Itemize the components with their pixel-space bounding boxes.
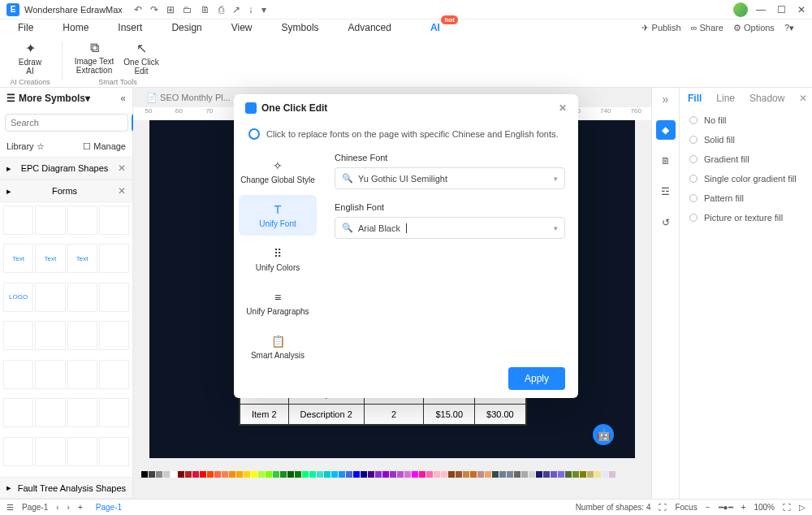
color-swatch[interactable] bbox=[426, 471, 433, 478]
color-swatch[interactable] bbox=[514, 471, 520, 478]
color-swatch[interactable] bbox=[404, 471, 411, 478]
focus-button[interactable]: Focus bbox=[675, 503, 697, 512]
color-swatch[interactable] bbox=[609, 471, 615, 478]
manage-button[interactable]: ☐ Manage bbox=[83, 141, 126, 152]
next-page-icon[interactable]: › bbox=[67, 503, 70, 512]
shape-thumbnail[interactable] bbox=[67, 360, 97, 389]
collapse-left-icon[interactable]: « bbox=[120, 93, 126, 104]
color-swatch[interactable] bbox=[375, 471, 382, 478]
color-swatch[interactable] bbox=[295, 471, 301, 478]
close-icon[interactable]: ✕ bbox=[797, 4, 806, 15]
search-input[interactable] bbox=[5, 114, 128, 132]
table-row[interactable]: Item 2Description 22$15.00$30.00 bbox=[240, 405, 526, 425]
shape-thumbnail[interactable] bbox=[67, 437, 97, 466]
shape-thumbnail[interactable] bbox=[3, 398, 33, 427]
color-swatch[interactable] bbox=[565, 471, 572, 478]
color-swatch[interactable] bbox=[529, 471, 535, 478]
color-swatch[interactable] bbox=[171, 471, 177, 478]
color-swatch[interactable] bbox=[192, 471, 199, 478]
shape-thumbnail[interactable] bbox=[3, 437, 33, 466]
shape-thumbnail[interactable] bbox=[35, 283, 65, 312]
color-swatch[interactable] bbox=[229, 471, 235, 478]
side-unify-colors[interactable]: ⠿Unify Colors bbox=[239, 239, 317, 279]
shape-thumbnail[interactable] bbox=[67, 398, 97, 427]
color-swatch[interactable] bbox=[156, 471, 162, 478]
color-swatch[interactable] bbox=[280, 471, 287, 478]
color-swatch[interactable] bbox=[463, 471, 469, 478]
color-swatch[interactable] bbox=[185, 471, 192, 478]
shape-thumbnail[interactable] bbox=[99, 398, 129, 427]
color-swatch[interactable] bbox=[558, 471, 564, 478]
color-swatch[interactable] bbox=[551, 471, 557, 478]
zoom-in-icon[interactable]: + bbox=[741, 503, 746, 512]
zoom-out-icon[interactable]: − bbox=[706, 503, 710, 512]
shape-thumbnail[interactable] bbox=[99, 321, 129, 350]
save-icon[interactable]: 🗎 bbox=[201, 4, 210, 15]
color-swatch[interactable] bbox=[200, 471, 206, 478]
close-panel-icon[interactable]: ✕ bbox=[799, 93, 807, 104]
shape-thumbnail[interactable] bbox=[3, 360, 33, 389]
shape-thumbnail[interactable] bbox=[99, 437, 129, 466]
presentation-icon[interactable]: ▷ bbox=[799, 503, 806, 512]
export-icon[interactable]: ↗ bbox=[232, 4, 240, 15]
color-swatch[interactable] bbox=[273, 471, 279, 478]
fill-option[interactable]: Single color gradient fill bbox=[680, 169, 812, 188]
color-swatch[interactable] bbox=[470, 471, 477, 478]
close-section-icon[interactable]: ✕ bbox=[118, 162, 126, 174]
shape-thumbnail[interactable] bbox=[67, 321, 97, 350]
pages-icon[interactable]: ☰ bbox=[6, 503, 14, 512]
color-swatch[interactable] bbox=[521, 471, 528, 478]
color-swatch[interactable] bbox=[441, 471, 447, 478]
color-swatch[interactable] bbox=[543, 471, 550, 478]
color-swatch[interactable] bbox=[287, 471, 294, 478]
fill-option[interactable]: Picture or texture fill bbox=[680, 208, 812, 227]
color-swatch[interactable] bbox=[214, 471, 221, 478]
dialog-close-icon[interactable]: ✕ bbox=[559, 102, 567, 114]
shape-thumbnail[interactable] bbox=[67, 206, 97, 235]
color-swatch[interactable] bbox=[580, 471, 586, 478]
new-icon[interactable]: ⊞ bbox=[166, 4, 175, 15]
shape-thumbnail[interactable] bbox=[35, 321, 65, 350]
user-avatar[interactable] bbox=[733, 2, 748, 17]
color-swatch[interactable] bbox=[339, 471, 345, 478]
english-font-select[interactable]: 🔍Arial Black▾ bbox=[335, 217, 565, 239]
zoom-value[interactable]: 100% bbox=[754, 503, 775, 512]
fit-icon[interactable]: ⛶ bbox=[659, 503, 667, 512]
section-fault-tree[interactable]: ▸ Fault Tree Analysis Shapes bbox=[0, 477, 132, 499]
import-icon[interactable]: ↓ bbox=[248, 4, 253, 15]
image-text-extraction-button[interactable]: ⧉Image Text Extraction bbox=[72, 39, 116, 76]
section-epc[interactable]: ▸ EPC Diagram Shapes✕ bbox=[0, 157, 132, 180]
color-swatch[interactable] bbox=[456, 471, 462, 478]
document-tab[interactable]: 📄 SEO Monthly Pl... ● bbox=[140, 91, 245, 105]
undo-icon[interactable]: ↶ bbox=[134, 4, 142, 15]
color-swatch[interactable] bbox=[251, 471, 257, 478]
side-smart-analysis[interactable]: 📋Smart Analysis bbox=[239, 327, 317, 367]
side-unify-paragraphs[interactable]: ≡Unify Paragraphs bbox=[239, 283, 317, 323]
shape-thumbnail[interactable] bbox=[35, 206, 65, 235]
publish-button[interactable]: ✈ Publish bbox=[641, 23, 680, 33]
shape-thumbnail[interactable]: Text bbox=[3, 244, 33, 273]
color-swatch[interactable] bbox=[368, 471, 374, 478]
edraw-ai-button[interactable]: ✦Edraw AI bbox=[8, 39, 52, 76]
shape-thumbnail[interactable] bbox=[35, 360, 65, 389]
color-swatch[interactable] bbox=[572, 471, 579, 478]
fill-option[interactable]: Gradient fill bbox=[680, 149, 812, 169]
maximize-icon[interactable]: ☐ bbox=[777, 4, 786, 15]
menu-insert[interactable]: Insert bbox=[118, 22, 142, 33]
color-swatch[interactable] bbox=[434, 471, 440, 478]
minimize-icon[interactable]: — bbox=[756, 4, 766, 15]
share-button[interactable]: ∞ Share bbox=[691, 23, 723, 32]
add-page-icon[interactable]: + bbox=[78, 503, 83, 512]
folder-icon[interactable]: 🗀 bbox=[183, 4, 192, 15]
menu-view[interactable]: View bbox=[231, 22, 253, 33]
shape-thumbnail[interactable] bbox=[99, 244, 129, 273]
shape-thumbnail[interactable] bbox=[99, 360, 129, 389]
color-swatch[interactable] bbox=[317, 471, 323, 478]
close-section-icon[interactable]: ✕ bbox=[118, 185, 126, 197]
history-tab-icon[interactable]: ↺ bbox=[656, 213, 676, 232]
shape-thumbnail[interactable] bbox=[3, 321, 33, 350]
color-swatch[interactable] bbox=[536, 471, 542, 478]
color-swatch[interactable] bbox=[141, 471, 148, 478]
page-tab-icon[interactable]: 🗎 bbox=[656, 151, 676, 171]
menu-advanced[interactable]: Advanced bbox=[348, 22, 391, 33]
